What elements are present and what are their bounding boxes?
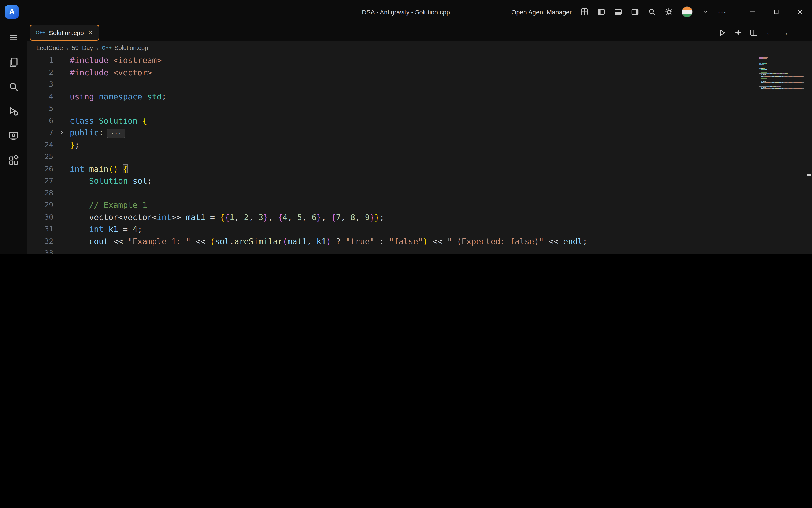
line-content [70, 187, 812, 199]
search-sidebar-icon[interactable] [0, 75, 27, 99]
minimap-line [759, 67, 804, 68]
toggle-panel-icon[interactable] [614, 8, 622, 16]
code-line-29[interactable]: 29 // Example 1 [27, 199, 812, 211]
ai-sparkle-button[interactable] [734, 29, 742, 36]
code-line-4[interactable]: 4using namespace std; [27, 90, 812, 102]
breadcrumb: LeetCode›59_Day›C++Solution.cpp [27, 41, 812, 54]
breadcrumb-item-solution-cpp[interactable]: C++Solution.cpp [102, 44, 148, 51]
code-line-25[interactable]: 25 [27, 151, 812, 163]
minimap[interactable] [759, 57, 806, 91]
toggle-secondary-sidebar-icon[interactable] [631, 8, 639, 16]
tab-solution-cpp[interactable]: C++ Solution.cpp × [30, 25, 99, 41]
line-number: 29 [27, 199, 53, 211]
editor[interactable]: 1#include <iostream>2#include <vector>34… [27, 54, 812, 254]
line-content [70, 151, 812, 163]
minimap-line [759, 72, 804, 73]
line-content: #include <vector> [70, 66, 812, 78]
navigate-back-button[interactable]: ← [766, 28, 773, 37]
explorer-icon[interactable] [0, 50, 27, 75]
run-debug-icon[interactable] [0, 99, 27, 124]
app-logo: A [5, 5, 18, 18]
chevron-down-icon[interactable] [701, 8, 710, 16]
code-line-30[interactable]: 30 vector<vector<int>> mat1 = {{1, 2, 3}… [27, 211, 812, 223]
line-content [70, 78, 812, 90]
code-line-3[interactable]: 3 [27, 78, 812, 90]
line-content: // Example 1 [70, 199, 812, 211]
code-line-33[interactable]: 33 [27, 247, 812, 254]
fold-gutter [53, 199, 70, 211]
fold-gutter [53, 78, 70, 90]
customize-layout-icon[interactable] [580, 8, 588, 16]
fold-gutter [53, 235, 70, 247]
minimap-line [759, 63, 804, 64]
editor-more-button[interactable]: ··· [797, 28, 806, 37]
line-number: 31 [27, 223, 53, 235]
breadcrumb-item-leetcode[interactable]: LeetCode [36, 44, 63, 51]
tab-bar: C++ Solution.cpp × ← → ··· [27, 24, 812, 41]
cpp-file-icon: C++ [36, 30, 45, 36]
minimap-line [759, 77, 804, 78]
window-close-button[interactable] [788, 0, 812, 24]
code-line-5[interactable]: 5 [27, 102, 812, 115]
line-number: 32 [27, 235, 53, 247]
account-avatar[interactable] [681, 6, 692, 17]
run-code-button[interactable] [718, 29, 726, 37]
line-content: int k1 = 4; [70, 223, 812, 235]
line-content: Solution sol; [70, 175, 812, 187]
minimap-line [759, 60, 804, 61]
cpp-file-icon: C++ [102, 45, 112, 51]
code-line-31[interactable]: 31 int k1 = 4; [27, 223, 812, 235]
line-number: 5 [27, 102, 53, 115]
line-number: 33 [27, 247, 53, 254]
fold-chevron-icon[interactable] [53, 127, 70, 138]
code-line-7[interactable]: 7public:··· [27, 127, 812, 138]
line-number: 28 [27, 187, 53, 199]
code-line-2[interactable]: 2#include <vector> [27, 66, 812, 78]
fold-gutter [53, 247, 70, 254]
settings-gear-icon[interactable] [665, 8, 673, 16]
line-content: using namespace std; [70, 90, 812, 102]
extensions-icon[interactable] [0, 148, 27, 173]
code-line-1[interactable]: 1#include <iostream> [27, 54, 812, 66]
window-minimize-button[interactable] [741, 0, 764, 24]
minimap-line [759, 62, 804, 62]
activity-bar [0, 24, 27, 254]
menu-hamburger-icon[interactable] [0, 26, 27, 50]
code-line-26[interactable]: 26int main() { [27, 163, 812, 175]
navigate-forward-button[interactable]: → [781, 28, 789, 37]
screen: A DSA - Antigravity - Solution.cpp Open … [0, 0, 812, 254]
code-line-6[interactable]: 6class Solution { [27, 115, 812, 127]
editor-scrollbar[interactable] [806, 54, 812, 254]
open-agent-manager-button[interactable]: Open Agent Manager [511, 8, 572, 15]
minimap-line [759, 58, 804, 59]
minimap-line [759, 64, 804, 65]
fold-gutter [53, 66, 70, 78]
line-content: #include <iostream> [70, 54, 812, 66]
line-number: 7 [27, 127, 53, 138]
fold-gutter [53, 90, 70, 102]
minimap-line [759, 86, 804, 87]
code-line-28[interactable]: 28 [27, 187, 812, 199]
line-number: 4 [27, 90, 53, 102]
fold-gutter [53, 102, 70, 115]
search-icon[interactable] [648, 8, 656, 16]
line-content: cout << "Example 1: " << (sol.areSimilar… [70, 235, 812, 247]
window-maximize-button[interactable] [764, 0, 788, 24]
toggle-sidebar-icon[interactable] [597, 8, 606, 16]
code-line-24[interactable]: 24}; [27, 138, 812, 151]
minimap-line [759, 88, 804, 89]
line-number: 2 [27, 66, 53, 78]
titlebar-more-icon[interactable]: ··· [718, 8, 726, 16]
breadcrumb-item-59-day[interactable]: 59_Day [72, 44, 93, 51]
tab-label: Solution.cpp [49, 29, 84, 36]
minimap-line [759, 78, 804, 79]
code-line-32[interactable]: 32 cout << "Example 1: " << (sol.areSimi… [27, 235, 812, 247]
line-content: int main() { [70, 163, 812, 175]
split-editor-button[interactable] [750, 29, 758, 36]
code-line-27[interactable]: 27 Solution sol; [27, 175, 812, 187]
line-number: 27 [27, 175, 53, 187]
remote-explorer-icon[interactable] [0, 124, 27, 148]
minimap-line [759, 57, 804, 57]
app-logo-letter: A [9, 7, 14, 16]
tab-close-icon[interactable]: × [87, 29, 93, 36]
